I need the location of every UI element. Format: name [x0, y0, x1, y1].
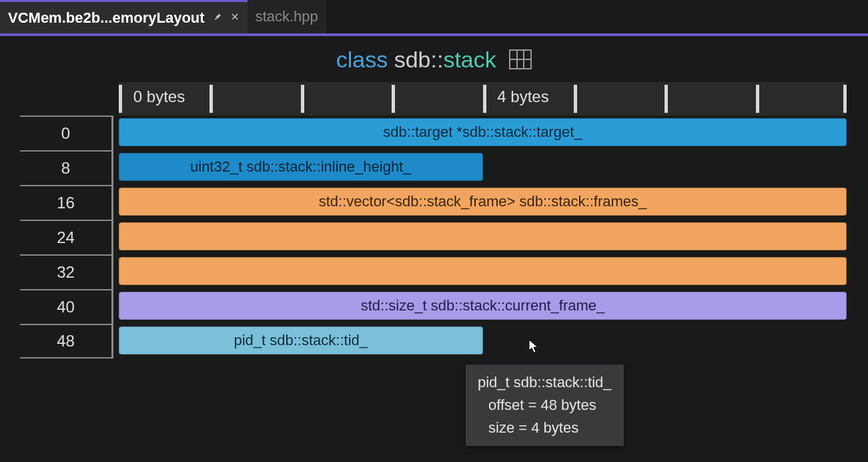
- close-icon[interactable]: [230, 12, 240, 24]
- ruler-tick: [574, 85, 577, 113]
- offset-column: 0 8 16 24 32 40 48: [20, 116, 113, 359]
- ruler-tick: [119, 85, 122, 113]
- namespace: sdb::: [394, 47, 444, 72]
- class-title: class sdb::stack: [0, 43, 868, 82]
- offset-cell: 40: [20, 289, 113, 324]
- field-inline-height[interactable]: uint32_t sdb::stack::inline_height_: [119, 153, 483, 181]
- offset-cell: 48: [20, 324, 113, 359]
- ruler-tick: [756, 85, 759, 113]
- byte-ruler: 0 bytes 4 bytes: [119, 82, 847, 116]
- ruler-tick: [665, 85, 668, 113]
- tab-stack-hpp[interactable]: stack.hpp: [248, 0, 326, 33]
- field-tid[interactable]: pid_t sdb::stack::tid_: [119, 326, 483, 355]
- ruler-tick: [209, 85, 213, 113]
- field-frames[interactable]: std::vector<sdb::stack_frame> sdb::stack…: [119, 188, 847, 216]
- field-current-frame[interactable]: std::size_t sdb::stack::current_frame_: [119, 292, 847, 320]
- offset-cell: 32: [20, 254, 113, 289]
- field-tooltip: pid_t sdb::stack::tid_ offset = 48 bytes…: [466, 365, 624, 446]
- memory-layout-view: class sdb::stack 0 8 16 24 32 40 48 0 by…: [0, 36, 868, 359]
- field-rows: sdb::target *sdb::stack::target_ uint32_…: [119, 116, 847, 359]
- tab-label: stack.hpp: [256, 8, 318, 25]
- ruler-tick: [301, 85, 304, 113]
- ruler-tick: [483, 85, 486, 113]
- offset-cell: 8: [20, 150, 113, 185]
- offset-cell: 16: [20, 185, 113, 220]
- field-frames-cont-2[interactable]: [119, 257, 847, 285]
- tab-memory-layout[interactable]: VCMem.be2b...emoryLayout: [0, 0, 248, 33]
- tooltip-title: pid_t sdb::stack::tid_: [478, 371, 612, 394]
- tooltip-size: size = 4 bytes: [478, 417, 612, 439]
- field-frames-cont-1[interactable]: [119, 222, 847, 250]
- tooltip-offset: offset = 48 bytes: [478, 394, 612, 417]
- tab-label: VCMem.be2b...emoryLayout: [8, 9, 205, 27]
- offset-cell: 0: [20, 116, 113, 150]
- pin-icon[interactable]: [213, 12, 222, 24]
- ruler-label-0: 0 bytes: [133, 87, 185, 106]
- ruler-tick: [843, 85, 847, 113]
- ruler-tick: [392, 85, 395, 113]
- grid-icon[interactable]: [509, 49, 532, 69]
- field-target[interactable]: sdb::target *sdb::stack::target_: [119, 118, 847, 146]
- class-name: stack: [443, 47, 496, 72]
- tab-bar: VCMem.be2b...emoryLayout stack.hpp: [0, 0, 868, 36]
- keyword-class: class: [336, 47, 388, 72]
- offset-cell: 24: [20, 220, 113, 254]
- ruler-label-4: 4 bytes: [497, 87, 548, 106]
